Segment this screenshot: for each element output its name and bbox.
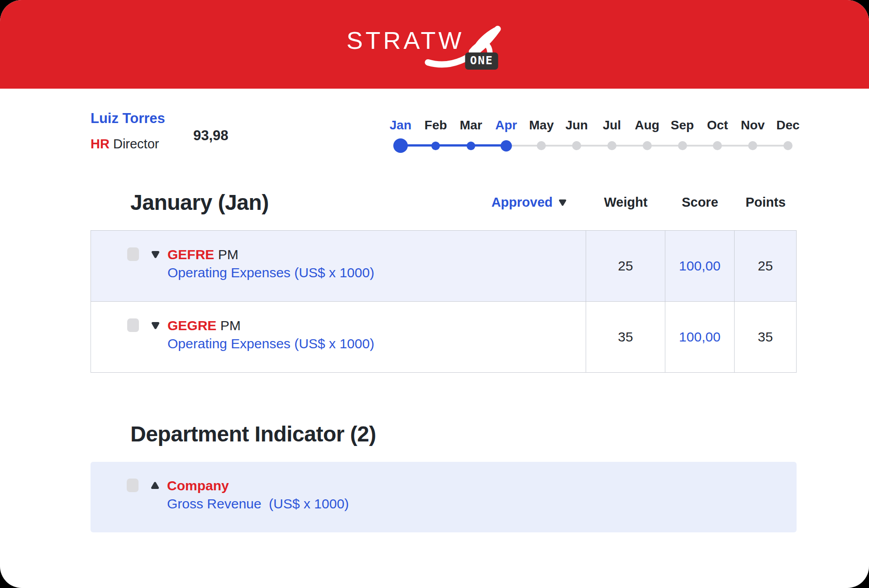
group-suffix: PM bbox=[218, 247, 239, 262]
table-row: GEFRE PM Operating Expenses (US$ x 1000)… bbox=[91, 231, 796, 301]
timeline-month-dot[interactable] bbox=[501, 140, 512, 152]
app-window: STRATW ONE Luiz Torres HR Director 93,98… bbox=[0, 0, 869, 588]
month-timeline: JanFebMarAprMayJunJulAugSepOctNovDec bbox=[383, 118, 806, 167]
timeline-month-label: Sep bbox=[665, 118, 700, 133]
indicator-desc-cell: GEGRE PM Operating Expenses (US$ x 1000) bbox=[91, 302, 586, 372]
timeline-month-sep[interactable]: Sep bbox=[665, 118, 700, 154]
collapse-down-icon[interactable] bbox=[151, 250, 160, 259]
points-value: 35 bbox=[734, 302, 796, 372]
indicator-table: GEFRE PM Operating Expenses (US$ x 1000)… bbox=[91, 230, 797, 373]
january-section-header: January (Jan) Approved Weight Score Poin… bbox=[91, 190, 797, 215]
timeline-month-label: May bbox=[524, 118, 559, 133]
timeline-month-label: Jul bbox=[594, 118, 630, 133]
score-value[interactable]: 100,00 bbox=[665, 302, 734, 372]
weight-value: 35 bbox=[586, 302, 665, 372]
stratws-one-logo: STRATW ONE bbox=[347, 18, 510, 77]
timeline-month-dot[interactable] bbox=[678, 141, 687, 150]
collapse-up-icon[interactable] bbox=[150, 481, 160, 490]
timeline-month-dot[interactable] bbox=[393, 138, 408, 153]
chevron-down-icon bbox=[558, 199, 567, 207]
timeline-month-dot[interactable] bbox=[643, 141, 652, 150]
timeline-month-label: Dec bbox=[770, 118, 806, 133]
timeline-month-dot[interactable] bbox=[537, 141, 546, 150]
timeline-month-label: Apr bbox=[488, 118, 524, 133]
timeline-month-oct[interactable]: Oct bbox=[700, 118, 735, 154]
row-checkbox[interactable] bbox=[127, 479, 138, 492]
points-value: 25 bbox=[734, 231, 796, 301]
group-name[interactable]: Company bbox=[167, 478, 229, 493]
timeline-month-nov[interactable]: Nov bbox=[735, 118, 770, 154]
timeline-month-label: Jan bbox=[383, 118, 418, 133]
timeline-month-dot[interactable] bbox=[748, 141, 757, 150]
indicator-link[interactable]: Gross Revenue (US$ x 1000) bbox=[167, 495, 349, 513]
row-checkbox[interactable] bbox=[127, 247, 139, 261]
row-checkbox[interactable] bbox=[127, 318, 139, 332]
status-filter-label[interactable]: Approved bbox=[492, 195, 553, 210]
score-value[interactable]: 100,00 bbox=[665, 231, 734, 301]
department-section-header: Department Indicator (2) bbox=[91, 422, 797, 446]
timeline-month-label: Oct bbox=[700, 118, 735, 133]
january-section: January (Jan) Approved Weight Score Poin… bbox=[91, 190, 797, 373]
timeline-month-label: Feb bbox=[418, 118, 454, 133]
column-header-weight: Weight bbox=[586, 195, 665, 210]
timeline-month-aug[interactable]: Aug bbox=[630, 118, 665, 154]
collapse-down-icon[interactable] bbox=[151, 321, 160, 330]
indicator-link[interactable]: Operating Expenses (US$ x 1000) bbox=[167, 264, 374, 282]
timeline-month-dot[interactable] bbox=[783, 141, 793, 150]
column-header-score: Score bbox=[665, 195, 735, 210]
timeline-month-dot[interactable] bbox=[467, 142, 475, 150]
group-suffix: PM bbox=[220, 318, 241, 333]
timeline-month-label: Jun bbox=[559, 118, 594, 133]
weight-value: 25 bbox=[586, 231, 665, 301]
timeline-month-dec[interactable]: Dec bbox=[770, 118, 806, 154]
timeline-month-apr[interactable]: Apr bbox=[488, 118, 524, 154]
group-name[interactable]: GEGRE bbox=[167, 318, 216, 333]
status-filter-dropdown[interactable]: Approved bbox=[492, 195, 586, 210]
timeline-month-mar[interactable]: Mar bbox=[454, 118, 489, 154]
user-role: HR Director bbox=[91, 138, 165, 151]
timeline-month-label: Aug bbox=[630, 118, 665, 133]
timeline-month-dot[interactable] bbox=[572, 141, 581, 150]
timeline-months: JanFebMarAprMayJunJulAugSepOctNovDec bbox=[383, 118, 806, 154]
logo-one-badge: ONE bbox=[465, 52, 498, 70]
january-section-title: January (Jan) bbox=[91, 190, 269, 215]
timeline-month-dot[interactable] bbox=[607, 141, 616, 150]
timeline-month-feb[interactable]: Feb bbox=[418, 118, 454, 154]
timeline-month-jan[interactable]: Jan bbox=[383, 118, 418, 154]
timeline-month-label: Mar bbox=[454, 118, 489, 133]
user-role-title: Director bbox=[113, 137, 159, 151]
timeline-month-dot[interactable] bbox=[713, 141, 722, 150]
user-role-department: HR bbox=[91, 137, 110, 151]
timeline-month-jul[interactable]: Jul bbox=[594, 118, 630, 154]
user-name[interactable]: Luiz Torres bbox=[91, 111, 165, 125]
department-indicator-row: Company Gross Revenue (US$ x 1000) bbox=[91, 462, 797, 532]
user-block: Luiz Torres HR Director bbox=[91, 111, 165, 151]
column-header-points: Points bbox=[735, 195, 797, 210]
department-section: Department Indicator (2) Company Gross R… bbox=[91, 422, 797, 532]
indicator-link[interactable]: Operating Expenses (US$ x 1000) bbox=[167, 335, 374, 353]
top-banner: STRATW ONE bbox=[0, 0, 869, 89]
user-score-value: 93,98 bbox=[193, 128, 229, 144]
indicator-desc-cell: GEFRE PM Operating Expenses (US$ x 1000) bbox=[91, 231, 586, 301]
table-row: GEGRE PM Operating Expenses (US$ x 1000)… bbox=[91, 301, 796, 372]
timeline-month-dot[interactable] bbox=[431, 142, 440, 150]
department-section-title: Department Indicator (2) bbox=[91, 422, 376, 446]
timeline-month-may[interactable]: May bbox=[524, 118, 559, 154]
group-name[interactable]: GEFRE bbox=[167, 247, 214, 262]
timeline-month-label: Nov bbox=[735, 118, 770, 133]
timeline-month-jun[interactable]: Jun bbox=[559, 118, 594, 154]
